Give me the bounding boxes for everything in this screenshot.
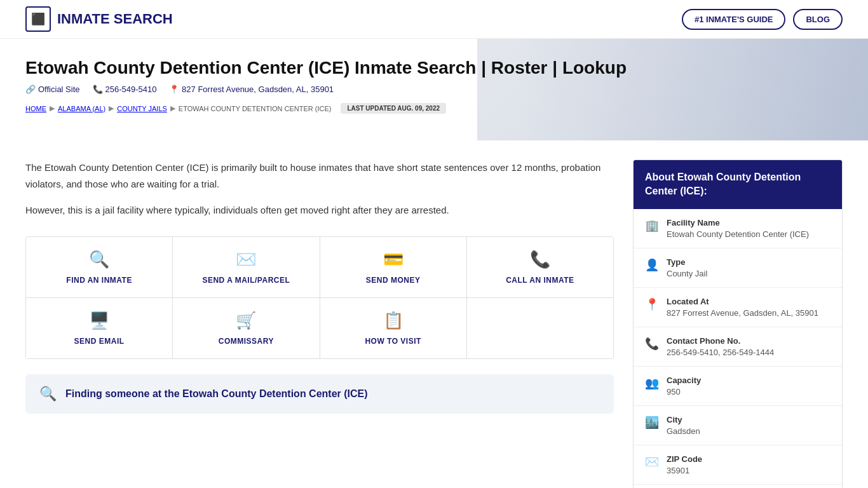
zip-value: 35901 — [667, 466, 702, 475]
page-header: ⬛ INMATE SEARCH #1 INMATE'S GUIDE BLOG — [0, 0, 868, 39]
last-updated-badge: LAST UPDATED AUG. 09, 2022 — [341, 103, 446, 114]
send-mail-icon: ✉️ — [236, 250, 256, 269]
description-para1: The Etowah County Detention Center (ICE)… — [25, 159, 614, 192]
zip-label: ZIP Code — [667, 454, 702, 464]
type-value: County Jail — [667, 269, 707, 278]
capacity-content: Capacity 950 — [667, 376, 701, 396]
official-site-link[interactable]: 🔗 Official Site — [25, 85, 80, 94]
logo-icon: ⬛ — [25, 6, 51, 32]
find-section[interactable]: 🔍 Finding someone at the Etowah County D… — [25, 374, 614, 414]
how-to-visit-card[interactable]: 📋 HOW TO VISIT — [320, 298, 467, 358]
find-section-text: Finding someone at the Etowah County Det… — [65, 388, 368, 400]
located-at-label: Located At — [667, 297, 818, 306]
official-site-label: Official Site — [38, 85, 80, 94]
commissary-label: COMMISSARY — [219, 337, 274, 346]
blog-button[interactable]: BLOG — [793, 9, 843, 30]
page-title: Etowah County Detention Center (ICE) Inm… — [25, 58, 843, 78]
cards-row-2: 🖥️ SEND EMAIL 🛒 COMMISSARY 📋 HOW TO VISI… — [26, 298, 613, 358]
contact-phone-content: Contact Phone No. 256-549-5410, 256-549-… — [667, 336, 774, 357]
find-inmate-card[interactable]: 🔍 FIND AN INMATE — [26, 237, 173, 297]
capacity-label: Capacity — [667, 376, 701, 385]
contact-phone-icon: 📞 — [645, 337, 659, 351]
logo[interactable]: ⬛ INMATE SEARCH — [25, 6, 173, 32]
sidebar-title: About Etowah County Detention Center (IC… — [634, 160, 842, 209]
city-content: City Gadsden — [667, 415, 700, 436]
city-icon: 🏙️ — [645, 416, 659, 430]
zip-icon: ✉️ — [645, 455, 659, 469]
header-nav: #1 INMATE'S GUIDE BLOG — [682, 9, 843, 30]
main-container: The Etowah County Detention Center (ICE)… — [0, 140, 868, 488]
hero-meta: 🔗 Official Site 📞 256-549-5410 📍 827 For… — [25, 85, 843, 94]
call-inmate-icon: 📞 — [530, 250, 550, 269]
facility-name-content: Facility Name Etowah County Detention Ce… — [667, 218, 809, 239]
commissary-card[interactable]: 🛒 COMMISSARY — [173, 298, 320, 358]
send-mail-card[interactable]: ✉️ SEND A MAIL/PARCEL — [173, 237, 320, 297]
find-inmate-label: FIND AN INMATE — [66, 276, 132, 285]
city-label: City — [667, 415, 700, 424]
capacity-icon: 👥 — [645, 376, 659, 390]
breadcrumb: HOME ▶ ALABAMA (AL) ▶ COUNTY JAILS ▶ ETO… — [25, 103, 843, 114]
sidebar-item-zip: ✉️ ZIP Code 35901 — [634, 445, 842, 485]
located-at-icon: 📍 — [645, 297, 659, 311]
capacity-value: 950 — [667, 387, 701, 396]
link-icon: 🔗 — [25, 85, 36, 94]
breadcrumb-current: ETOWAH COUNTY DETENTION CENTER (ICE) — [179, 105, 332, 112]
phone-icon: 📞 — [93, 85, 103, 94]
located-at-content: Located At 827 Forrest Avenue, Gadsden, … — [667, 297, 818, 318]
sidebar-item-type: 👤 Type County Jail — [634, 248, 842, 288]
breadcrumb-sep-2: ▶ — [109, 104, 114, 112]
action-cards-grid: 🔍 FIND AN INMATE ✉️ SEND A MAIL/PARCEL 💳… — [25, 236, 614, 359]
sidebar-box: About Etowah County Detention Center (IC… — [633, 159, 843, 488]
sidebar-item-contact-phone: 📞 Contact Phone No. 256-549-5410, 256-54… — [634, 327, 842, 367]
sidebar-item-city: 🏙️ City Gadsden — [634, 406, 842, 445]
contact-phone-value: 256-549-5410, 256-549-1444 — [667, 348, 774, 357]
breadcrumb-home[interactable]: HOME — [25, 105, 46, 112]
phone-number: 256-549-5410 — [105, 85, 157, 94]
breadcrumb-sep-3: ▶ — [170, 104, 175, 112]
type-content: Type County Jail — [667, 257, 707, 278]
how-to-visit-label: HOW TO VISIT — [365, 337, 421, 346]
breadcrumb-county-jails[interactable]: COUNTY JAILS — [117, 105, 167, 112]
send-money-label: SEND MONEY — [366, 276, 421, 285]
how-to-visit-icon: 📋 — [383, 311, 403, 330]
find-inmate-icon: 🔍 — [89, 250, 109, 269]
sidebar-item-capacity: 👥 Capacity 950 — [634, 367, 842, 406]
send-money-icon: 💳 — [383, 250, 403, 269]
type-label: Type — [667, 257, 707, 267]
find-section-icon: 🔍 — [39, 386, 57, 402]
location-icon: 📍 — [169, 85, 179, 94]
breadcrumb-alabama[interactable]: ALABAMA (AL) — [58, 105, 105, 112]
facility-name-value: Etowah County Detention Center (ICE) — [667, 229, 809, 239]
hero-section: Etowah County Detention Center (ICE) Inm… — [0, 39, 868, 140]
facility-name-icon: 🏢 — [645, 219, 659, 233]
located-at-value: 827 Forrest Avenue, Gadsden, AL, 35901 — [667, 308, 818, 318]
contact-phone-label: Contact Phone No. — [667, 336, 774, 346]
sidebar-item-located-at: 📍 Located At 827 Forrest Avenue, Gadsden… — [634, 288, 842, 327]
send-mail-label: SEND A MAIL/PARCEL — [202, 276, 290, 285]
sidebar-item-facility-name: 🏢 Facility Name Etowah County Detention … — [634, 209, 842, 248]
send-email-card[interactable]: 🖥️ SEND EMAIL — [26, 298, 173, 358]
city-value: Gadsden — [667, 426, 700, 436]
send-money-card[interactable]: 💳 SEND MONEY — [320, 237, 467, 297]
phone-link[interactable]: 📞 256-549-5410 — [93, 85, 157, 94]
breadcrumb-sep-1: ▶ — [50, 104, 55, 112]
inmates-guide-button[interactable]: #1 INMATE'S GUIDE — [682, 9, 785, 30]
cards-row-1: 🔍 FIND AN INMATE ✉️ SEND A MAIL/PARCEL 💳… — [26, 237, 613, 298]
description: The Etowah County Detention Center (ICE)… — [25, 159, 614, 219]
address: 📍 827 Forrest Avenue, Gadsden, AL, 35901 — [169, 85, 334, 94]
description-para2: However, this is a jail facility where t… — [25, 202, 614, 219]
facility-name-label: Facility Name — [667, 218, 809, 227]
call-inmate-label: CALL AN INMATE — [506, 276, 574, 285]
commissary-icon: 🛒 — [236, 311, 256, 330]
sidebar-item-state: 🗺️ State Alabama (AL) — [634, 485, 842, 488]
logo-text: INMATE SEARCH — [57, 11, 173, 27]
call-inmate-card[interactable]: 📞 CALL AN INMATE — [467, 237, 613, 297]
sidebar: About Etowah County Detention Center (IC… — [633, 159, 843, 488]
main-content: The Etowah County Detention Center (ICE)… — [25, 159, 614, 488]
send-email-label: SEND EMAIL — [74, 337, 125, 346]
send-email-icon: 🖥️ — [89, 311, 109, 330]
zip-content: ZIP Code 35901 — [667, 454, 702, 475]
type-icon: 👤 — [645, 258, 659, 272]
